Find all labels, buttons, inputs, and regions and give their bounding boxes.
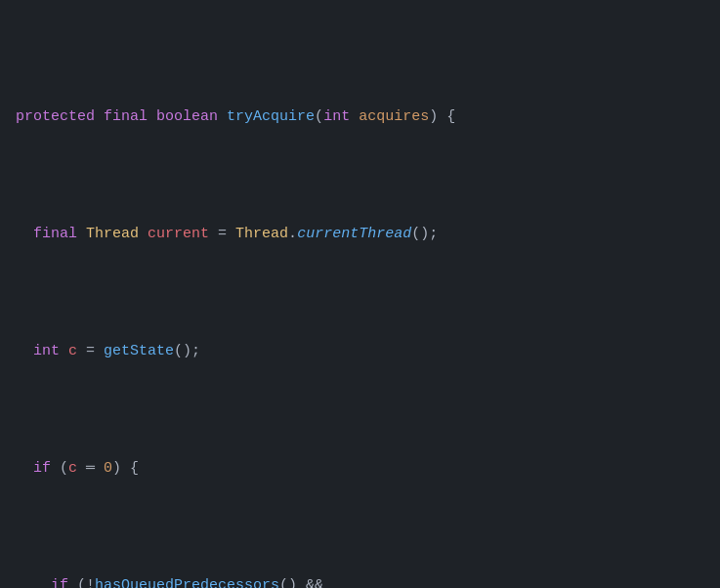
code-line-1: protected final boolean tryAcquire(int a… (16, 105, 704, 129)
code-line-2: final Thread current = Thread.currentThr… (16, 223, 704, 246)
code-line-4: if (c ═ 0) { (16, 457, 704, 481)
code-container: protected final boolean tryAcquire(int a… (0, 0, 720, 588)
code-line-3: int c = getState(); (16, 340, 704, 363)
code-line-5: if (!hasQueuedPredecessors() && (16, 574, 704, 588)
